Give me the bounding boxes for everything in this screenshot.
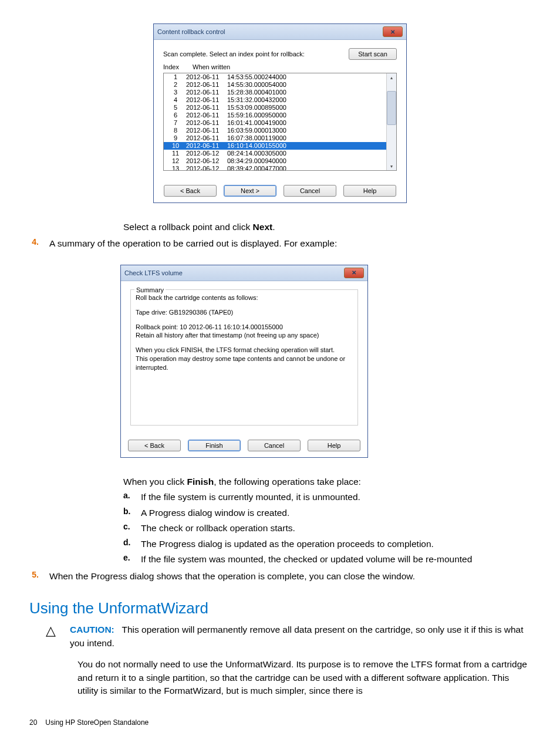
table-row[interactable]: 12012-06-1114:53:55.000244000: [164, 73, 386, 81]
summary-line: Tape drive: GB19290386 (TAPE0): [136, 308, 353, 317]
col-index: Index: [163, 63, 193, 70]
summary-line: This operation may destroy some tape con…: [136, 355, 353, 372]
table-row[interactable]: 92012-06-1116:07:38.000119000: [164, 134, 386, 142]
table-row[interactable]: 82012-06-1116:03:59.000013000: [164, 127, 386, 134]
scrollbar[interactable]: ▴ ▾: [386, 73, 396, 170]
caution-icon: △: [46, 625, 56, 637]
titlebar[interactable]: Check LTFS volume ✕: [121, 265, 367, 281]
close-icon[interactable]: ✕: [383, 26, 403, 37]
substep-a: a.If the file system is currently mounte…: [123, 491, 531, 504]
substep-b: b.A Progress dialog window is created.: [123, 507, 531, 519]
help-button[interactable]: Help: [343, 185, 396, 197]
instruction-text: When you click Finish, the following ope…: [123, 475, 531, 488]
table-row[interactable]: 112012-06-1208:24:14.000305000: [164, 150, 386, 157]
summary-line: When you click FINISH, the LTFS format c…: [136, 346, 353, 355]
summary-line: Rollback point: 10 2012-06-11 16:10:14.0…: [136, 323, 353, 332]
summary-line: Retain all history after that timestamp …: [136, 331, 353, 340]
col-when: When written: [193, 63, 397, 70]
page-number: 20: [29, 718, 37, 727]
table-row[interactable]: 62012-06-1115:59:16.000950000: [164, 112, 386, 119]
dialog-footer: < Back Finish Cancel Help: [121, 431, 367, 457]
summary-line: Roll back the cartridge contents as foll…: [136, 293, 353, 302]
rollback-list[interactable]: 12012-06-1114:53:55.00024400022012-06-11…: [163, 73, 397, 171]
scroll-up-icon[interactable]: ▴: [387, 73, 396, 82]
caution-text: This operation will permanently remove a…: [70, 625, 523, 647]
instruction-text: Select a rollback point and click Next.: [123, 221, 531, 234]
table-row[interactable]: 72012-06-1116:01:41.000419000: [164, 119, 386, 127]
finish-button[interactable]: Finish: [188, 440, 241, 451]
next-button[interactable]: Next >: [224, 185, 276, 197]
summary-legend: Summary: [134, 286, 166, 295]
back-button[interactable]: < Back: [128, 440, 181, 451]
table-row[interactable]: 22012-06-1114:55:30.000054000: [164, 81, 386, 89]
titlebar[interactable]: Content rollback control ✕: [154, 24, 406, 40]
table-row[interactable]: 42012-06-1115:31:32.000432000: [164, 96, 386, 104]
table-row[interactable]: 32012-06-1115:28:38.000401000: [164, 89, 386, 96]
content-rollback-dialog: Content rollback control ✕ Scan complete…: [153, 23, 407, 203]
page-footer: 20 Using HP StoreOpen Standalone: [29, 718, 531, 727]
list-headers: Index When written: [163, 63, 397, 72]
step-number: 4.: [29, 237, 39, 250]
substep-e: e.If the file system was mounted, the ch…: [123, 553, 531, 566]
summary-group: Summary Roll back the cartridge contents…: [130, 289, 358, 426]
dialog-title: Check LTFS volume: [124, 269, 183, 276]
footer-title: Using HP StoreOpen Standalone: [45, 718, 149, 727]
substep-d: d.The Progress dialog is updated as the …: [123, 538, 531, 551]
dialog-footer: < Back Next > Cancel Help: [154, 177, 406, 202]
step-number: 5.: [29, 570, 39, 583]
scroll-thumb[interactable]: [387, 91, 396, 125]
caution-label: CAUTION:: [70, 625, 114, 634]
caution-block: △ CAUTION: This operation will permanent…: [46, 623, 531, 650]
scan-message: Scan complete. Select an index point for…: [163, 50, 305, 58]
scroll-down-icon[interactable]: ▾: [387, 162, 396, 170]
cancel-button[interactable]: Cancel: [248, 440, 301, 451]
cancel-button[interactable]: Cancel: [284, 185, 336, 197]
step-4: 4. A summary of the operation to be carr…: [29, 237, 531, 250]
step-5: 5. When the Progress dialog shows that t…: [29, 570, 531, 583]
table-row[interactable]: 102012-06-1116:10:14.000155000: [164, 142, 386, 150]
section-heading: Using the UnformatWizard: [29, 599, 531, 617]
body-paragraph: You do not normally need to use the Unfo…: [77, 658, 531, 697]
table-row[interactable]: 132012-06-1208:39:42.000477000: [164, 165, 386, 170]
check-ltfs-dialog: Check LTFS volume ✕ Summary Roll back th…: [120, 265, 368, 458]
dialog-title: Content rollback control: [157, 28, 225, 35]
table-row[interactable]: 122012-06-1208:34:29.000940000: [164, 157, 386, 165]
start-scan-button[interactable]: Start scan: [349, 48, 397, 60]
close-icon[interactable]: ✕: [344, 268, 364, 278]
back-button[interactable]: < Back: [164, 185, 217, 197]
table-row[interactable]: 52012-06-1115:53:09.000895000: [164, 104, 386, 112]
help-button[interactable]: Help: [308, 440, 360, 451]
substep-c: c.The check or rollback operation starts…: [123, 522, 531, 535]
